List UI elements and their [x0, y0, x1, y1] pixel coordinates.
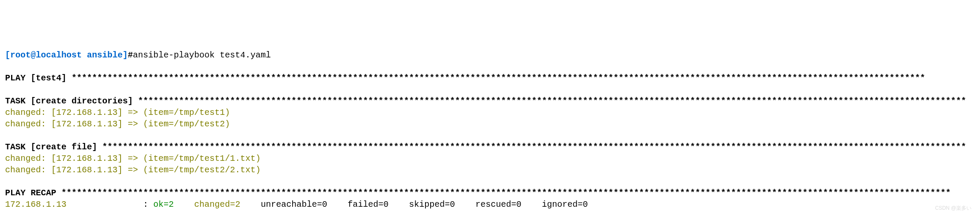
recap-failed: failed=0: [348, 200, 388, 209]
command-text: ansible-playbook test4.yaml: [133, 50, 271, 60]
recap-ignored: ignored=0: [542, 200, 588, 209]
task1-header-stars: ****************************************…: [138, 96, 966, 106]
recap-unreachable: unreachable=0: [261, 200, 327, 209]
prompt-symbol: #: [128, 50, 133, 60]
recap-host: 172.168.1.13: [5, 200, 66, 209]
task1-header-label: TASK [create directories]: [5, 96, 138, 106]
play-header-stars: ****************************************…: [72, 73, 925, 83]
terminal-output: [root@localhost ansible]#ansible-playboo…: [5, 49, 975, 210]
task2-result-line: changed: [172.168.1.13] => (item=/tmp/te…: [5, 165, 261, 175]
play-header-label: PLAY [test4]: [5, 73, 72, 83]
recap-skipped: skipped=0: [409, 200, 455, 209]
recap-pad: [455, 200, 475, 209]
recap-sep: :: [143, 200, 153, 209]
task1-result-line: changed: [172.168.1.13] => (item=/tmp/te…: [5, 108, 230, 117]
recap-pad: [388, 200, 409, 209]
task2-result-line: changed: [172.168.1.13] => (item=/tmp/te…: [5, 154, 261, 163]
recap-header-label: PLAY RECAP: [5, 188, 61, 198]
watermark: CSDN @楽多い: [935, 205, 971, 211]
recap-pad: [327, 200, 348, 209]
recap-pad: [240, 200, 261, 209]
recap-header-stars: ****************************************…: [61, 188, 951, 198]
task1-result-line: changed: [172.168.1.13] => (item=/tmp/te…: [5, 119, 230, 129]
task2-header-stars: ****************************************…: [102, 142, 966, 152]
recap-pad: [174, 200, 194, 209]
recap-changed: changed=2: [194, 200, 240, 209]
task2-header-label: TASK [create file]: [5, 142, 102, 152]
prompt-user-host: [root@localhost ansible]: [5, 50, 128, 60]
recap-host-pad: [66, 200, 143, 209]
recap-rescued: rescued=0: [475, 200, 521, 209]
recap-pad: [521, 200, 542, 209]
recap-ok: ok=2: [153, 200, 174, 209]
